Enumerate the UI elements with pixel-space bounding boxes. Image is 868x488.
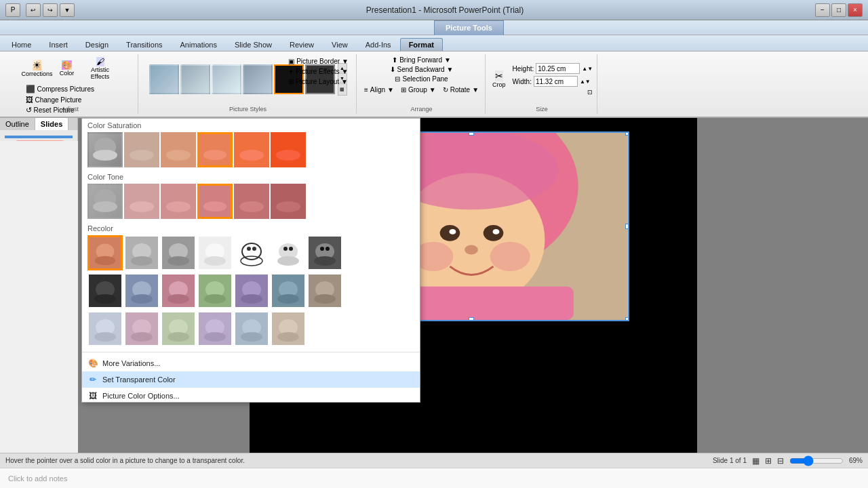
style-thumb-2[interactable] <box>180 64 210 94</box>
saturation-100[interactable] <box>197 132 233 167</box>
tab-design[interactable]: Design <box>77 38 117 51</box>
recolor-lt1[interactable] <box>87 311 123 346</box>
recolor-white[interactable] <box>197 235 233 270</box>
corrections-btn[interactable]: ☀ Corrections <box>24 58 51 79</box>
recolor-lt4[interactable] <box>197 311 233 346</box>
compress-pictures-btn[interactable]: ⬛ Compress Pictures <box>24 84 96 94</box>
zoom-slider[interactable] <box>789 456 844 466</box>
recolor-green1[interactable] <box>197 273 233 308</box>
recolor-gray2[interactable] <box>161 235 196 270</box>
align-icon: ≡ <box>364 86 368 94</box>
tab-review[interactable]: Review <box>281 38 323 51</box>
tab-slides[interactable]: Slides <box>35 118 68 130</box>
svg-point-98 <box>241 332 262 342</box>
recolor-lt5[interactable] <box>234 311 269 346</box>
artistic-effects-btn[interactable]: 🖌 Artistic Effects <box>83 56 117 81</box>
size-dialog-icon[interactable]: ⊡ <box>587 89 593 96</box>
minimize-btn[interactable]: − <box>815 3 830 17</box>
color-btn[interactable]: 🎨 Color <box>54 59 81 78</box>
recolor-sketch2[interactable] <box>271 235 306 270</box>
view-normal-btn[interactable]: ▦ <box>752 456 760 466</box>
tab-animations[interactable]: Animations <box>172 38 226 51</box>
tab-transitions[interactable]: Transitions <box>117 38 171 51</box>
recolor-sketch3[interactable] <box>307 235 342 270</box>
notes-placeholder[interactable]: Click to add notes <box>8 474 67 483</box>
style-thumb-1[interactable] <box>149 64 179 94</box>
quick-undo-btn[interactable]: ↪ <box>43 3 58 17</box>
crop-btn[interactable]: ✂ Crop <box>491 69 507 89</box>
tab-view[interactable]: View <box>323 38 357 51</box>
style-thumb-3[interactable] <box>212 64 241 94</box>
tone-3[interactable] <box>161 184 196 219</box>
send-backward-btn[interactable]: ⬇ Send Backward ▼ <box>388 65 456 74</box>
transparent-icon: ✏ <box>87 374 98 385</box>
recolor-brown1[interactable] <box>307 273 342 308</box>
handle-mr[interactable] <box>625 224 629 229</box>
tone-5[interactable] <box>234 184 269 219</box>
tone-1[interactable] <box>87 184 123 219</box>
group-btn[interactable]: ⊞ Group ▼ <box>399 85 438 94</box>
zoom-level: 69% <box>849 457 863 464</box>
quick-dropdown-btn[interactable]: ▼ <box>60 3 75 17</box>
close-btn[interactable]: × <box>848 3 863 17</box>
picture-layout-btn[interactable]: ⊞ Picture Layout ▼ <box>286 77 351 86</box>
picture-border-btn[interactable]: ▣ Picture Border ▼ <box>286 57 351 66</box>
tab-addins[interactable]: Add-Ins <box>357 38 400 51</box>
saturation-0[interactable] <box>87 132 123 167</box>
height-spinner-icon[interactable]: ▲▼ <box>582 66 593 72</box>
maximize-btn[interactable]: □ <box>831 3 846 17</box>
tone-4[interactable] <box>197 184 233 219</box>
recolor-lt2[interactable] <box>124 311 159 346</box>
tab-insert[interactable]: Insert <box>40 38 77 51</box>
rotate-btn[interactable]: ↻ Rotate ▼ <box>441 85 481 94</box>
bring-forward-btn[interactable]: ⬆ Bring Forward ▼ <box>390 56 453 64</box>
reset-picture-btn[interactable]: ↺ Reset Picture <box>24 105 96 115</box>
handle-tm[interactable] <box>469 131 474 136</box>
recolor-dark[interactable] <box>87 273 123 308</box>
width-input[interactable] <box>534 76 578 87</box>
size-dialog-row: ⊡ <box>513 89 593 96</box>
tone-2[interactable] <box>124 184 159 219</box>
height-row: Height: ▲▼ <box>513 63 593 74</box>
notes-area[interactable]: Click to add notes <box>0 468 868 488</box>
system-menu-btn[interactable]: P <box>5 3 20 17</box>
recolor-gray1[interactable] <box>124 235 159 270</box>
picture-color-options-item[interactable]: 🖼 Picture Color Options... <box>82 388 420 403</box>
slide-thumbnail-1[interactable] <box>5 136 73 138</box>
selection-pane-btn[interactable]: ⊟ Selection Pane <box>393 75 450 83</box>
recolor-lt6[interactable] <box>271 311 306 346</box>
recolor-pink1[interactable] <box>161 273 196 308</box>
change-picture-btn[interactable]: 🖼 Change Picture <box>24 95 96 104</box>
tone-6[interactable] <box>271 184 306 219</box>
saturation-66[interactable] <box>161 132 196 167</box>
tab-slideshow[interactable]: Slide Show <box>226 38 281 51</box>
handle-bm[interactable] <box>469 317 474 321</box>
height-input[interactable] <box>536 63 580 74</box>
more-variations-item[interactable]: 🎨 More Variations... <box>82 355 420 371</box>
handle-br[interactable] <box>625 317 629 321</box>
window-controls[interactable]: − □ × <box>815 3 863 17</box>
picture-effects-btn[interactable]: ✦ Picture Effects ▼ <box>286 67 351 76</box>
quick-access-toolbar[interactable]: P ↩ ↪ ▼ <box>5 3 75 17</box>
tab-outline[interactable]: Outline <box>0 118 35 130</box>
recolor-blue1[interactable] <box>124 273 159 308</box>
recolor-teal1[interactable] <box>271 273 306 308</box>
view-slide-btn[interactable]: ⊞ <box>765 456 772 466</box>
saturation-200[interactable] <box>271 132 306 167</box>
recolor-original[interactable] <box>87 235 123 270</box>
recolor-lt3[interactable] <box>161 311 196 346</box>
recolor-sketch1[interactable] <box>234 235 269 270</box>
saturation-133[interactable] <box>234 132 269 167</box>
handle-tr[interactable] <box>625 131 629 136</box>
width-spinner-icon[interactable]: ▲▼ <box>580 79 591 85</box>
set-transparent-item[interactable]: ✏ Set Transparent Color <box>82 371 420 388</box>
tab-format[interactable]: Format <box>400 38 443 51</box>
align-btn[interactable]: ≡ Align ▼ <box>362 85 396 94</box>
recolor-purple1[interactable] <box>234 273 269 308</box>
quick-save-btn[interactable]: ↩ <box>26 3 41 17</box>
height-label: Height: <box>513 65 534 73</box>
style-thumb-4[interactable] <box>243 64 273 94</box>
view-reading-btn[interactable]: ⊟ <box>777 456 784 466</box>
tab-home[interactable]: Home <box>3 38 40 51</box>
saturation-33[interactable] <box>124 132 159 167</box>
